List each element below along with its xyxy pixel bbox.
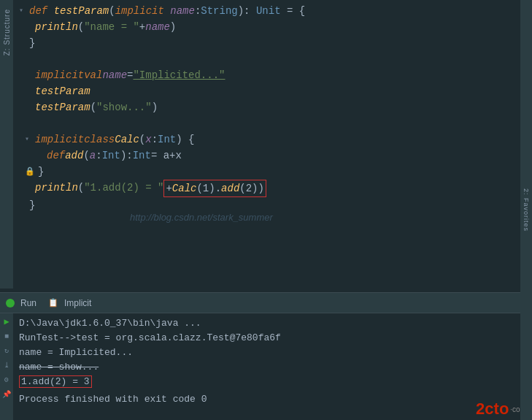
- run-status-icon: [6, 299, 15, 308]
- pin-button[interactable]: 📌: [1, 389, 12, 400]
- type-int-1: Int: [158, 131, 176, 148]
- right-sidebar: 2: Favorites: [520, 0, 532, 420]
- kw-implicit-3: implicit: [35, 131, 84, 148]
- kw-val: val: [84, 67, 102, 83]
- code-line-1: ▾ def testParam(implicit name:String): U…: [13, 3, 532, 19]
- code-line-2: println("name = " + name): [13, 19, 532, 35]
- class-calc: Calc: [115, 131, 139, 148]
- fn-testParam: testParam: [54, 5, 109, 17]
- brand-logo: 2cto: [476, 400, 509, 419]
- code-line-5: implicit val name = "Implicited...": [13, 67, 532, 83]
- kw-def-2: def: [47, 148, 65, 164]
- testParam-call-1: testParam: [35, 83, 90, 99]
- type-string: String: [201, 5, 237, 17]
- code-line-12: println("1.add(2) = " +Calc(1).add(2)): [13, 180, 532, 197]
- watermark: http://blog.csdn.net/stark_summer: [130, 212, 273, 223]
- param-a: a: [90, 148, 96, 164]
- editor-area: Z: Structure ▾ def testParam(implicit na…: [0, 0, 532, 289]
- stop-button[interactable]: ■: [1, 331, 12, 341]
- output-line-2: RunTest-->test = org.scala.clazz.Test@7e…: [19, 331, 526, 345]
- fold-icon-9[interactable]: ▾: [25, 131, 34, 148]
- param-name: name: [170, 5, 195, 17]
- play-button[interactable]: ▶: [1, 316, 12, 327]
- param-x: x: [145, 131, 151, 148]
- output-line-5: 1.add(2) = 3: [19, 375, 526, 389]
- type-int-3: Int: [133, 148, 151, 164]
- kw-class: class: [84, 131, 115, 148]
- keyword-def: def: [29, 5, 47, 17]
- string-implicated: "Implicited...": [133, 67, 225, 83]
- scroll-down-button[interactable]: ⤓: [1, 360, 12, 370]
- println-1: println: [35, 19, 78, 35]
- code-line-13: }: [13, 197, 532, 213]
- code-line-11: 🔒 }: [13, 164, 532, 180]
- string-1: "name = ": [84, 19, 139, 35]
- panel-toolbar: ▶ ■ ↻ ⤓ ⚙ 📌: [0, 313, 13, 420]
- output-line-3: name = Implicited...: [19, 345, 526, 360]
- code-line-9: ▾ implicit class Calc(x:Int) {: [13, 131, 532, 148]
- implicit-icon: 📋: [48, 298, 58, 308]
- type-int-2: Int: [102, 148, 120, 164]
- name-ref-1: name: [145, 19, 170, 35]
- code-content: ▾ def testParam(implicit name:String): U…: [13, 0, 532, 216]
- settings-button[interactable]: ⚙: [1, 375, 12, 385]
- code-line-4: [13, 51, 532, 67]
- fold-icon-1[interactable]: ▾: [19, 3, 28, 19]
- type-unit: Unit: [256, 5, 281, 17]
- run-panel-header: Run 📋 Implicit: [0, 293, 532, 313]
- code-line-6: testParam: [13, 83, 532, 99]
- code-line-10: def add(a:Int):Int = a+x: [13, 148, 532, 164]
- string-calc-label: "1.add(2) = ": [84, 180, 163, 196]
- tab-implicit[interactable]: Implicit: [64, 298, 91, 308]
- code-line-3: }: [13, 35, 532, 51]
- fn-add: add: [65, 148, 83, 164]
- output-line-1: D:\Java\jdk1.6.0_37\bin\java ...: [19, 316, 526, 331]
- output-highlight: 1.add(2) = 3: [19, 375, 92, 388]
- val-name: name: [102, 67, 127, 83]
- kw-implicit-2: implicit: [35, 67, 84, 83]
- branding-area: 2cto ·com: [476, 400, 526, 419]
- kw-implicit-1: implicit: [115, 5, 164, 17]
- output-content: D:\Java\jdk1.6.0_37\bin\java ... RunTest…: [13, 313, 532, 410]
- output-line-6: Process finished with exit code 0: [19, 392, 526, 407]
- tab-run[interactable]: Run: [20, 298, 36, 308]
- rerun-button[interactable]: ↻: [1, 345, 12, 356]
- testParam-call-2: testParam: [35, 99, 90, 115]
- code-line-8: [13, 115, 532, 131]
- run-panel: Run 📋 Implicit ▶ ■ ↻ ⤓ ⚙ 📌 D:\Java\jdk1.…: [0, 292, 532, 420]
- structure-panel-label: Z: Structure: [3, 9, 11, 56]
- highlight-calc: +Calc(1).add(2)): [163, 180, 266, 197]
- string-show: "show...": [96, 99, 152, 115]
- left-sidebar: Z: Structure: [0, 0, 13, 289]
- output-line-4: name = show...: [19, 360, 526, 375]
- println-2: println: [35, 180, 78, 196]
- code-line-7: testParam("show..."): [13, 99, 532, 115]
- favorites-label: 2: Favorites: [523, 188, 530, 232]
- lock-icon: 🔒: [25, 164, 35, 180]
